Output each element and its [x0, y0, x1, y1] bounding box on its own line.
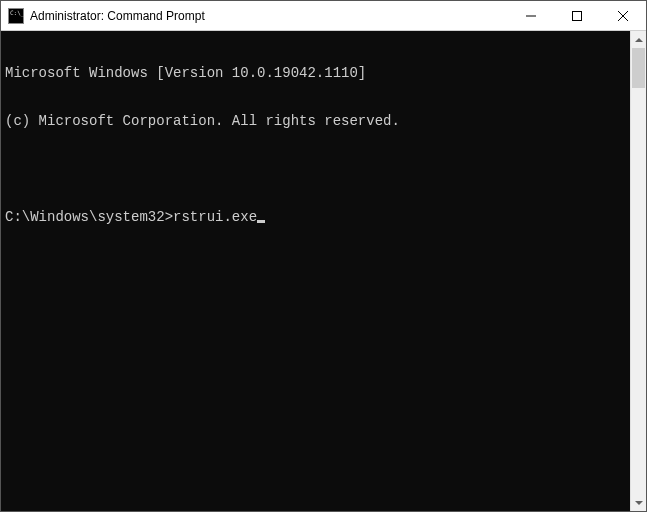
client-area: Microsoft Windows [Version 10.0.19042.11…: [1, 31, 646, 511]
minimize-icon: [526, 11, 536, 21]
cmd-icon: [8, 8, 24, 24]
close-button[interactable]: [600, 1, 646, 30]
prompt-text: C:\Windows\system32>: [5, 209, 173, 225]
minimize-button[interactable]: [508, 1, 554, 30]
blank-line: [5, 161, 626, 177]
text-cursor: [257, 220, 265, 223]
scroll-down-button[interactable]: [631, 494, 646, 511]
vertical-scrollbar[interactable]: [630, 31, 646, 511]
command-prompt-window: Administrator: Command Prompt: [0, 0, 647, 512]
window-controls: [508, 1, 646, 30]
command-input[interactable]: rstrui.exe: [173, 209, 257, 225]
svg-marker-5: [635, 501, 643, 505]
titlebar[interactable]: Administrator: Command Prompt: [1, 1, 646, 31]
version-line: Microsoft Windows [Version 10.0.19042.11…: [5, 65, 626, 81]
terminal-output[interactable]: Microsoft Windows [Version 10.0.19042.11…: [1, 31, 630, 511]
maximize-button[interactable]: [554, 1, 600, 30]
copyright-line: (c) Microsoft Corporation. All rights re…: [5, 113, 626, 129]
scroll-up-icon: [635, 38, 643, 42]
prompt-line: C:\Windows\system32>rstrui.exe: [5, 209, 626, 225]
svg-rect-1: [573, 11, 582, 20]
scroll-thumb[interactable]: [632, 48, 645, 88]
maximize-icon: [572, 11, 582, 21]
close-icon: [618, 11, 628, 21]
scroll-up-button[interactable]: [631, 31, 646, 48]
scroll-down-icon: [635, 501, 643, 505]
svg-marker-4: [635, 38, 643, 42]
window-title: Administrator: Command Prompt: [30, 9, 205, 23]
